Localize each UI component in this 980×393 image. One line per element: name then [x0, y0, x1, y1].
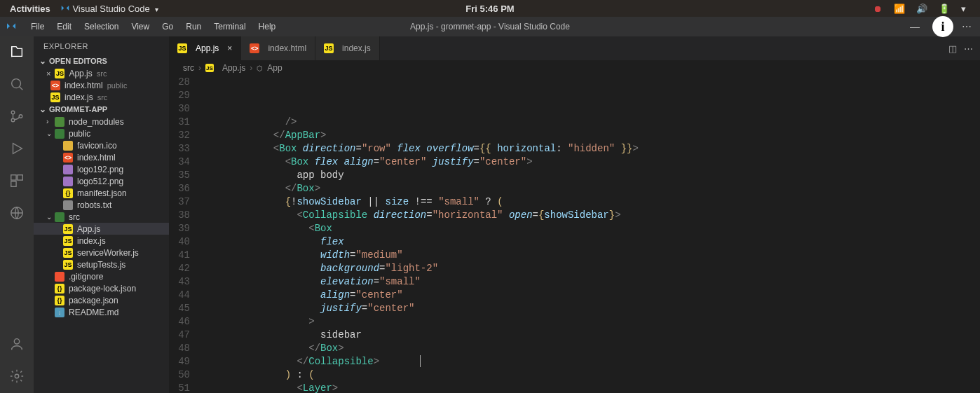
menu-file[interactable]: File	[25, 22, 50, 32]
split-editor-icon[interactable]: ◫	[948, 43, 957, 54]
minimize-button[interactable]: —	[907, 21, 923, 32]
menu-help[interactable]: Help	[253, 22, 282, 32]
folder-icon	[55, 129, 64, 139]
txt-file-icon	[63, 200, 73, 210]
search-icon[interactable]	[8, 76, 25, 92]
menu-edit[interactable]: Edit	[51, 22, 77, 32]
js-file-icon: JS	[63, 260, 73, 270]
svg-rect-5	[18, 175, 22, 180]
file-item[interactable]: .gitignore	[34, 270, 169, 282]
folder-item[interactable]: ⌄public	[34, 127, 169, 139]
breadcrumb[interactable]: src›JSApp.js›⬡App	[169, 60, 980, 76]
json-file-icon: {}	[63, 188, 73, 198]
settings-icon[interactable]	[8, 368, 25, 385]
run-debug-icon[interactable]	[8, 140, 25, 157]
folder-icon	[55, 117, 64, 127]
editor-area: JSApp.js×<>index.htmlJSindex.js◫⋯ src›JS…	[169, 36, 980, 393]
wifi-icon[interactable]: 📶	[894, 4, 905, 14]
titlebar: FileEditSelectionViewGoRunTerminalHelp A…	[0, 17, 980, 36]
file-item[interactable]: JSindex.js	[34, 235, 169, 247]
file-item[interactable]: {}package.json	[34, 294, 169, 306]
js-file-icon: JS	[55, 69, 64, 78]
menu-terminal[interactable]: Terminal	[208, 22, 251, 32]
close-icon[interactable]: ×	[227, 43, 232, 53]
json-file-icon: {}	[55, 284, 64, 294]
close-icon[interactable]: ×	[46, 69, 50, 78]
activities-button[interactable]: Activities	[10, 4, 50, 14]
activity-bar	[0, 36, 34, 393]
explorer-sidebar: EXPLORER OPEN EDITORS ×JSApp.jssrc <>ind…	[34, 36, 169, 393]
folder-item[interactable]: ›node_modules	[34, 116, 169, 127]
editor-tabs: JSApp.js×<>index.htmlJSindex.js◫⋯	[169, 36, 980, 60]
code-editor[interactable]: 2829303132333435363738394041424344454647…	[169, 76, 980, 393]
record-icon[interactable]: ⏺	[873, 4, 883, 14]
battery-icon[interactable]: 🔋	[939, 4, 950, 14]
breadcrumb-segment[interactable]: src	[183, 63, 194, 73]
file-item[interactable]: <>index.html	[34, 151, 169, 163]
extensions-icon[interactable]	[8, 172, 25, 189]
clock[interactable]: Fri 5:46 PM	[465, 4, 514, 14]
png-file-icon	[63, 165, 73, 174]
power-icon[interactable]: ▾	[961, 4, 966, 14]
accounts-icon[interactable]	[8, 336, 25, 352]
file-item[interactable]: robots.txt	[34, 199, 169, 211]
js-file-icon: JS	[63, 224, 73, 234]
open-editor-item[interactable]: JSindex.jssrc	[34, 91, 169, 103]
svg-rect-6	[11, 181, 16, 186]
html-file-icon: <>	[250, 43, 259, 53]
tab-index-js[interactable]: JSindex.js	[315, 36, 380, 60]
tab-index-html[interactable]: <>index.html	[241, 36, 315, 60]
current-app-menu[interactable]: Visual Studio Code	[60, 4, 159, 14]
explorer-icon[interactable]	[8, 43, 25, 60]
workspace-header[interactable]: GROMMET-APP	[34, 103, 169, 116]
chevron-right-icon: ›	[46, 118, 53, 125]
file-item[interactable]: JSserviceWorker.js	[34, 247, 169, 258]
menu-bar: FileEditSelectionViewGoRunTerminalHelp	[17, 22, 281, 32]
js-file-icon: JS	[324, 43, 334, 53]
file-item[interactable]: logo512.png	[34, 175, 169, 187]
volume-icon[interactable]: 🔊	[916, 4, 927, 14]
vscode-logo-icon	[6, 21, 17, 32]
file-item[interactable]: favicon.ico	[34, 139, 169, 151]
folder-item[interactable]: ⌄src	[34, 211, 169, 223]
file-item[interactable]: {}package-lock.json	[34, 282, 169, 294]
js-file-icon: JS	[50, 92, 60, 102]
file-item[interactable]: ↓README.md	[34, 306, 169, 318]
menu-go[interactable]: Go	[156, 22, 179, 32]
more-icon[interactable]: ⋯	[964, 43, 973, 54]
menu-run[interactable]: Run	[180, 22, 207, 32]
file-item[interactable]: {}manifest.json	[34, 187, 169, 199]
tab-App-js[interactable]: JSApp.js×	[169, 36, 241, 60]
source-control-icon[interactable]	[8, 108, 25, 125]
chevron-down-icon: ⌄	[46, 213, 53, 221]
menu-view[interactable]: View	[125, 22, 155, 32]
symbol-icon: ⬡	[257, 64, 263, 72]
remote-icon[interactable]	[8, 205, 25, 221]
svg-point-9	[15, 374, 19, 378]
json-file-icon: {}	[55, 296, 64, 305]
file-item[interactable]: logo192.png	[34, 163, 169, 175]
breadcrumb-segment[interactable]: App.js	[222, 63, 245, 73]
svg-rect-4	[11, 175, 16, 180]
ico-file-icon	[63, 141, 73, 151]
git-file-icon	[55, 272, 64, 282]
file-item[interactable]: JSsetupTests.js	[34, 258, 169, 270]
window-title: App.js - grommet-app - Visual Studio Cod…	[410, 22, 570, 32]
breadcrumb-segment[interactable]: App	[267, 63, 282, 73]
info-badge-icon[interactable]: i	[932, 16, 953, 37]
md-file-icon: ↓	[55, 308, 64, 317]
svg-point-2	[11, 118, 15, 122]
file-item[interactable]: JSApp.js	[34, 223, 169, 235]
more-actions-button[interactable]: ⋯	[959, 21, 974, 32]
html-file-icon: <>	[63, 153, 73, 163]
svg-point-0	[12, 79, 21, 88]
os-topbar: Activities Visual Studio Code Fri 5:46 P…	[0, 0, 980, 17]
svg-point-1	[11, 111, 15, 114]
menu-selection[interactable]: Selection	[79, 22, 124, 32]
open-editor-item[interactable]: <>index.htmlpublic	[34, 79, 169, 91]
open-editors-header[interactable]: OPEN EDITORS	[34, 55, 169, 67]
text-cursor-icon	[420, 355, 421, 367]
open-editor-item[interactable]: ×JSApp.jssrc	[34, 67, 169, 79]
png-file-icon	[63, 177, 73, 186]
js-file-icon: JS	[177, 43, 187, 53]
